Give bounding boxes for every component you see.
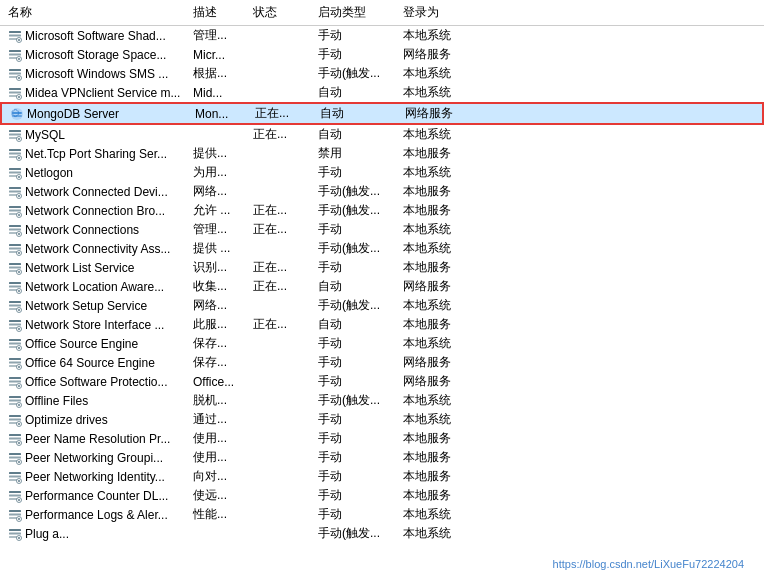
service-icon <box>8 242 22 256</box>
svg-rect-28 <box>9 149 21 151</box>
svg-rect-10 <box>9 69 21 71</box>
table-row[interactable]: Network Connected Devi... 网络... 手动(触发...… <box>0 182 764 201</box>
table-row[interactable]: Net.Tcp Port Sharing Ser... 提供... 禁用 本地服… <box>0 144 764 163</box>
cell-name: Peer Networking Identity... <box>4 469 189 485</box>
services-table: 名称 描述 状态 启动类型 登录为 Microsoft Software Sha… <box>0 0 764 578</box>
cell-login: 本地系统 <box>399 296 489 315</box>
cell-status <box>249 153 314 155</box>
cell-startup: 手动 <box>314 220 399 239</box>
table-row[interactable]: Midea VPNclient Service m... Mid... 自动 本… <box>0 83 764 102</box>
table-row[interactable]: Peer Name Resolution Pr... 使用... 手动 本地服务 <box>0 429 764 448</box>
table-row[interactable]: Office Source Engine 保存... 手动 本地系统 <box>0 334 764 353</box>
cell-status <box>249 172 314 174</box>
service-icon <box>8 48 22 62</box>
cell-startup: 手动(触发... <box>314 64 399 83</box>
table-row[interactable]: Performance Logs & Aler... 性能... 手动 本地系统 <box>0 505 764 524</box>
cell-desc: 允许 ... <box>189 201 249 220</box>
svg-point-19 <box>18 96 20 98</box>
svg-point-42 <box>18 195 20 197</box>
cell-name: MongoDB Server <box>6 106 191 122</box>
service-icon <box>8 432 22 446</box>
service-icon <box>8 261 22 275</box>
table-row[interactable]: Microsoft Software Shad... 管理... 手动 本地系统 <box>0 26 764 45</box>
table-row[interactable]: Microsoft Storage Space... Micr... 手动 网络… <box>0 45 764 64</box>
svg-rect-63 <box>9 282 21 284</box>
cell-login: 网络服务 <box>399 45 489 64</box>
svg-rect-11 <box>9 72 21 74</box>
svg-rect-98 <box>9 415 21 417</box>
svg-rect-69 <box>9 304 21 306</box>
header-name: 名称 <box>4 2 189 23</box>
cell-status: 正在... <box>249 220 314 239</box>
svg-point-127 <box>18 518 20 520</box>
cell-desc: 性能... <box>189 505 249 524</box>
cell-name: Plug a... <box>4 526 189 542</box>
svg-rect-34 <box>9 171 21 173</box>
cell-name: Network Connections <box>4 222 189 238</box>
cell-status <box>249 191 314 193</box>
svg-rect-5 <box>9 50 21 52</box>
svg-rect-39 <box>9 190 21 192</box>
cell-startup: 手动 <box>314 353 399 372</box>
service-icon <box>8 166 22 180</box>
svg-point-87 <box>18 366 20 368</box>
service-icon <box>8 280 22 294</box>
svg-point-107 <box>18 442 20 444</box>
table-row[interactable]: Network Location Aware... 收集... 正在... 自动… <box>0 277 764 296</box>
cell-status <box>249 305 314 307</box>
cell-desc: 提供... <box>189 144 249 163</box>
cell-startup: 手动 <box>314 410 399 429</box>
table-row[interactable]: Optimize drives 通过... 手动 本地系统 <box>0 410 764 429</box>
svg-rect-48 <box>9 225 21 227</box>
table-row[interactable]: Plug a... 手动(触发... 本地系统 <box>0 524 764 543</box>
table-row[interactable]: Offline Files 脱机... 手动(触发... 本地系统 <box>0 391 764 410</box>
cell-startup: 手动 <box>314 26 399 45</box>
table-body[interactable]: Microsoft Software Shad... 管理... 手动 本地系统… <box>0 26 764 578</box>
cell-desc <box>189 134 249 136</box>
cell-startup: 手动(触发... <box>314 201 399 220</box>
table-row[interactable]: Network List Service 识别... 正在... 手动 本地服务 <box>0 258 764 277</box>
table-row[interactable]: Office Software Protectio... Office... 手… <box>0 372 764 391</box>
table-row[interactable]: Network Setup Service 网络... 手动(触发... 本地系… <box>0 296 764 315</box>
cell-startup: 手动 <box>314 505 399 524</box>
table-row[interactable]: Performance Counter DL... 使远... 手动 本地服务 <box>0 486 764 505</box>
cell-startup: 禁用 <box>314 144 399 163</box>
table-row[interactable]: Netlogon 为用... 手动 本地系统 <box>0 163 764 182</box>
table-row[interactable]: Network Store Interface ... 此服... 正在... … <box>0 315 764 334</box>
cell-login: 本地服务 <box>399 486 489 505</box>
svg-rect-29 <box>9 152 21 154</box>
table-row[interactable]: Peer Networking Identity... 向对... 手动 本地服… <box>0 467 764 486</box>
cell-name: Office 64 Source Engine <box>4 355 189 371</box>
svg-rect-15 <box>9 88 21 90</box>
table-row[interactable]: Network Connectivity Ass... 提供 ... 手动(触发… <box>0 239 764 258</box>
cell-name: Network Store Interface ... <box>4 317 189 333</box>
cell-desc: 保存... <box>189 334 249 353</box>
cell-status <box>249 514 314 516</box>
svg-rect-108 <box>9 453 21 455</box>
svg-point-62 <box>18 271 20 273</box>
cell-status: 正在... <box>251 104 316 123</box>
cell-login: 本地系统 <box>399 391 489 410</box>
svg-rect-99 <box>9 418 21 420</box>
service-icon <box>8 128 22 142</box>
table-row[interactable]: Network Connections 管理... 正在... 手动 本地系统 <box>0 220 764 239</box>
table-row[interactable]: Office 64 Source Engine 保存... 手动 网络服务 <box>0 353 764 372</box>
svg-rect-124 <box>9 513 21 515</box>
cell-status <box>249 54 314 56</box>
cell-name: Performance Logs & Aler... <box>4 507 189 523</box>
table-row[interactable]: Microsoft Windows SMS ... 根据... 手动(触发...… <box>0 64 764 83</box>
svg-rect-103 <box>9 434 21 436</box>
svg-rect-94 <box>9 399 21 401</box>
cell-status <box>249 381 314 383</box>
svg-rect-88 <box>9 377 21 379</box>
table-row[interactable]: MongoDB Server Mon... 正在... 自动 网络服务 <box>0 102 764 125</box>
cell-desc: 网络... <box>189 182 249 201</box>
table-row[interactable]: MySQL 正在... 自动 本地系统 <box>0 125 764 144</box>
svg-point-14 <box>18 77 20 79</box>
table-row[interactable]: Network Connection Bro... 允许 ... 正在... 手… <box>0 201 764 220</box>
svg-rect-23 <box>9 130 21 132</box>
svg-rect-114 <box>9 475 21 477</box>
table-row[interactable]: Peer Networking Groupi... 使用... 手动 本地服务 <box>0 448 764 467</box>
cell-name: Microsoft Software Shad... <box>4 28 189 44</box>
cell-startup: 手动 <box>314 163 399 182</box>
